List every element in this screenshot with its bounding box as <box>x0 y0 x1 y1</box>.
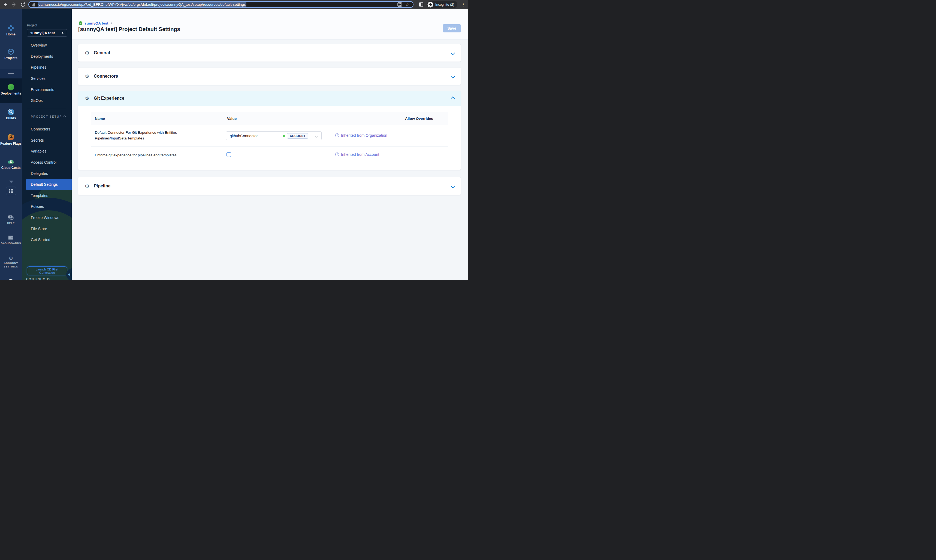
sidebar-item-builds[interactable]: Builds <box>0 108 22 120</box>
connector-select-value: githubConnector <box>230 134 283 138</box>
page-header: ∞ sunnyQA test [sunnyQA test] Project De… <box>72 9 468 40</box>
sidebar-item-dashboards[interactable]: DASHBOARDS <box>0 235 22 245</box>
project-setup-header[interactable]: PROJECT SETUP <box>31 115 66 118</box>
screen: qa.harness.io/ng/account/px7xd_BFRCi-pfW… <box>0 0 468 280</box>
column-value: Value <box>227 117 237 121</box>
sidebar-item-pipelines[interactable]: Pipelines <box>22 62 72 73</box>
sidebar-item-templates[interactable]: Templates <box>22 190 72 201</box>
back-button[interactable] <box>2 2 8 7</box>
sidebar-item-help[interactable]: ? HELP <box>0 215 22 225</box>
incognito-badge[interactable]: Incognito (2) <box>427 1 457 8</box>
chevron-down-icon[interactable] <box>451 184 455 188</box>
project-setup-nav: Connectors Secrets Variables Access Cont… <box>22 124 72 245</box>
sidebar-item-deployments-nav[interactable]: Deployments <box>22 51 72 62</box>
url-text[interactable]: qa.harness.io/ng/account/px7xd_BFRCi-pfW… <box>38 2 247 7</box>
side-panel-icon[interactable] <box>419 2 424 7</box>
connector-select[interactable]: githubConnector ACCOUNT <box>226 131 322 140</box>
module-sidebar: Home Projects ∞ Deployments <box>0 9 22 280</box>
section-general: ⚙ General <box>78 44 461 62</box>
extensions-grid-icon[interactable] <box>398 2 402 7</box>
scope-badge: ACCOUNT <box>287 133 308 138</box>
save-button[interactable]: Save <box>443 24 461 32</box>
column-allow-overrides: Allow Overrides <box>405 117 433 121</box>
sidebar-item-environments[interactable]: Environments <box>22 84 72 95</box>
sidebar-item-access-control[interactable]: Access Control <box>22 157 72 168</box>
info-icon: i <box>335 134 339 137</box>
url-bar[interactable]: qa.harness.io/ng/account/px7xd_BFRCi-pfW… <box>28 1 413 8</box>
info-icon: i <box>335 152 339 156</box>
sidebar-item-policies[interactable]: Policies <box>22 201 72 212</box>
breadcrumb-project-link[interactable]: sunnyQA test <box>85 21 108 25</box>
connector-status-dot <box>283 135 285 137</box>
cd-module-icon: ∞ <box>79 21 83 25</box>
bookmark-star-icon[interactable]: ☆ <box>405 2 409 7</box>
launch-cd-first-gen-button[interactable]: Launch CD First Generation <box>27 266 67 275</box>
grid-icon <box>9 189 14 193</box>
sidebar-item-freeze-windows[interactable]: Freeze Windows <box>22 212 72 223</box>
builds-ci-icon <box>7 108 15 116</box>
inherited-from-account-link[interactable]: i Inherited from Account <box>335 152 379 157</box>
sidebar-item-get-started[interactable]: Get Started <box>22 234 72 245</box>
section-connectors-header[interactable]: ⚙ Connectors <box>78 68 461 85</box>
settings-table-header: Name Value Allow Overrides <box>91 112 448 125</box>
projects-cube-icon <box>7 48 15 55</box>
settings-table: Name Value Allow Overrides Default Conne… <box>91 112 448 163</box>
app-shell: Home Projects ∞ Deployments <box>0 9 468 280</box>
sidebar-item-overview[interactable]: Overview <box>22 40 72 51</box>
forward-button[interactable] <box>11 2 17 7</box>
sidebar-item-services[interactable]: Services <box>22 73 72 84</box>
reload-button[interactable] <box>20 2 26 7</box>
deployments-cd-icon: ∞ <box>7 83 15 91</box>
sidebar-item-projects[interactable]: Projects <box>0 48 22 60</box>
sidebar-item-feature-flags[interactable]: Feature Flags <box>0 134 22 145</box>
section-pipeline-header[interactable]: ⚙ Pipeline <box>78 177 461 195</box>
project-selector[interactable]: sunnyQA test <box>27 29 67 37</box>
project-label: Project <box>27 23 37 27</box>
sidebar-item-variables[interactable]: Variables <box>22 146 72 157</box>
browser-menu-icon[interactable]: ⋮ <box>461 2 466 8</box>
sidebar-divider <box>27 109 66 109</box>
sidebar-item-cloud-costs[interactable]: $ Cloud Costs <box>0 158 22 170</box>
user-avatar[interactable]: s <box>7 279 14 280</box>
project-selector-value: sunnyQA test <box>30 31 55 35</box>
column-name: Name <box>95 117 105 121</box>
section-connectors: ⚙ Connectors <box>78 68 461 85</box>
setting-name: Default Connector For Git Experience wit… <box>95 130 185 142</box>
module-divider <box>0 69 22 78</box>
all-modules-button[interactable] <box>6 186 16 195</box>
sidebar-item-gitops[interactable]: GitOps <box>22 95 72 106</box>
sidebar-item-delegates[interactable]: Delegates <box>22 168 72 179</box>
sidebar-item-connectors[interactable]: Connectors <box>22 124 72 135</box>
project-nav: Overview Deployments Pipelines Services … <box>22 40 72 106</box>
section-git-experience-header[interactable]: ⚙ Git Experience <box>78 91 461 106</box>
page-title: [sunnyQA test] Project Default Settings <box>78 26 180 32</box>
sidebar-item-deployments[interactable]: ∞ Deployments <box>0 83 22 95</box>
module-tag-continuous: CONTINUOUS <box>26 278 51 280</box>
sidebar-item-file-store[interactable]: File Store <box>22 223 72 234</box>
incognito-label: Incognito (2) <box>435 3 454 6</box>
section-general-header[interactable]: ⚙ General <box>78 44 461 62</box>
sidebar-item-secrets[interactable]: Secrets <box>22 135 72 146</box>
home-icon <box>7 24 15 32</box>
help-chat-icon: ? <box>7 215 14 221</box>
table-row-enforce-git-experience: Enforce git experience for pipelines and… <box>91 146 448 163</box>
modules-collapse-chevron-icon[interactable] <box>9 181 13 183</box>
gear-icon: ⚙ <box>85 183 89 189</box>
setting-name: Enforce git experience for pipelines and… <box>95 152 209 158</box>
inherited-from-organization-link[interactable]: i Inherited from Organization <box>335 133 387 138</box>
chevron-down-icon[interactable] <box>451 74 455 78</box>
svg-text:$: $ <box>10 160 12 164</box>
browser-toolbar: qa.harness.io/ng/account/px7xd_BFRCi-pfW… <box>0 0 468 9</box>
sidebar-item-home[interactable]: Home <box>0 24 22 36</box>
svg-text:∞: ∞ <box>9 85 12 89</box>
enforce-git-experience-checkbox[interactable] <box>227 152 231 157</box>
gear-icon: ⚙ <box>85 74 89 79</box>
chevron-up-icon[interactable] <box>451 96 455 100</box>
gear-icon: ⚙ <box>85 96 89 101</box>
sidebar-item-default-settings[interactable]: Default Settings <box>26 179 72 190</box>
gear-icon: ⚙ <box>85 51 89 55</box>
chevron-down-icon <box>315 134 318 137</box>
table-row-default-connector: Default Connector For Git Experience wit… <box>91 125 448 146</box>
chevron-down-icon[interactable] <box>451 51 455 55</box>
sidebar-item-account-settings[interactable]: ⚙ ACCOUNT SETTINGS <box>0 256 22 269</box>
